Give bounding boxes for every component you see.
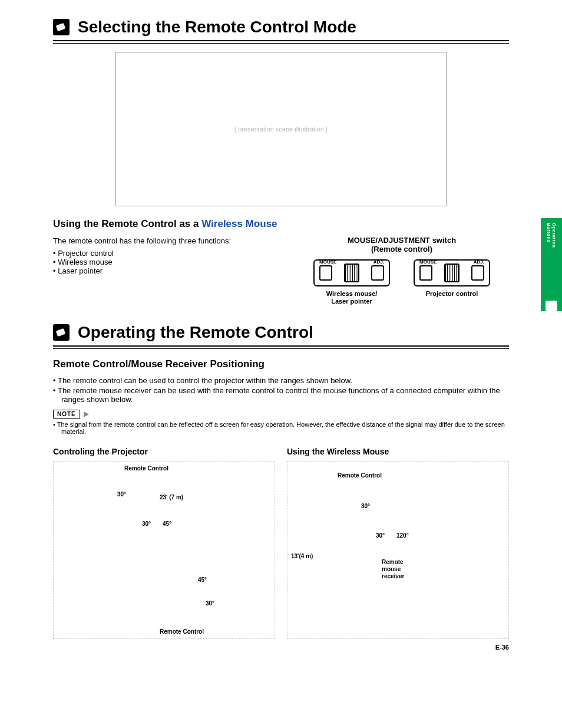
mouse-icon — [319, 265, 332, 281]
label-receiver-3: receiver — [382, 573, 404, 579]
switch-label-adj: ADJ. — [373, 259, 384, 265]
switch-label-mouse: MOUSE — [419, 259, 437, 265]
section1-subheading: Using the Remote Control as a Wireless M… — [53, 218, 509, 230]
switch-diagrams: MOUSE ← ADJ. Wireless mouse/ Laser point… — [295, 259, 509, 305]
label-remote: Remote Control — [338, 472, 382, 479]
caption-line1: Wireless mouse/ — [326, 290, 378, 297]
note-header: NOTE — [53, 410, 509, 419]
section2-heading-row: Operating the Remote Control — [53, 323, 509, 342]
note-text: The signal from the remote control can b… — [53, 421, 509, 435]
label-angle-45b: 45° — [198, 577, 207, 583]
switch-mouse-mode: MOUSE ← ADJ. Wireless mouse/ Laser point… — [313, 259, 390, 305]
label-angle-30b: 30° — [376, 532, 385, 539]
lock-icon — [371, 265, 384, 281]
positioning-bullets: The remote control can be used to contro… — [53, 376, 509, 404]
arrow-right-icon — [84, 411, 89, 417]
label-receiver-2: mouse — [382, 566, 401, 572]
switch-projector-mode: MOUSE → ADJ. Projector control — [414, 259, 490, 305]
lock-icon — [471, 265, 484, 281]
label-remote-bottom: Remote Control — [160, 628, 204, 635]
note-label: NOTE — [53, 410, 80, 419]
switch-heading: MOUSE/ADJUSTMENT switch (Remote control) — [295, 236, 509, 253]
switch-heading-line1: MOUSE/ADJUSTMENT switch — [348, 236, 456, 245]
switch-label-mouse: MOUSE — [319, 259, 336, 265]
label-receiver-1: Remote — [382, 559, 404, 565]
caption-line2: Laser pointer — [331, 298, 372, 305]
functions-intro: The remote control has the following thr… — [53, 236, 277, 246]
arrow-left-icon: ← — [343, 262, 350, 270]
section1-heading-row: Selecting the Remote Control Mode — [53, 18, 509, 37]
remote-icon — [53, 19, 70, 35]
switch-caption-right: Projector control — [414, 290, 490, 298]
switch-caption-left: Wireless mouse/ Laser pointer — [313, 290, 390, 305]
section2-title: Operating the Remote Control — [78, 323, 509, 342]
label-angle-30: 30° — [361, 503, 370, 509]
switch-heading-line2: (Remote control) — [371, 245, 432, 253]
illustration-placeholder: [ presentation scene illustration ] — [116, 52, 446, 206]
switch-box-left: MOUSE ← ADJ. — [313, 259, 390, 286]
label-remote-top: Remote Control — [124, 465, 168, 472]
label-angle-120: 120° — [396, 532, 409, 539]
label-distance: 23' (7 m) — [160, 494, 183, 500]
page-number: E-36 — [495, 644, 509, 651]
functions-list: Projector control Wireless mouse Laser p… — [53, 249, 277, 275]
switch-column: MOUSE/ADJUSTMENT switch (Remote control)… — [295, 236, 509, 305]
function-item: Wireless mouse — [53, 258, 277, 266]
remote-icon — [53, 324, 70, 341]
function-item: Projector control — [53, 249, 277, 258]
section1-title: Selecting the Remote Control Mode — [78, 18, 509, 37]
label-angle-30: 30° — [117, 491, 126, 498]
function-item: Laser pointer — [53, 266, 277, 275]
subheading-prefix: Using the Remote Control as a — [53, 218, 201, 229]
arrow-right-icon: → — [454, 262, 461, 270]
diagrams: Controling the Projector Remote Control … — [53, 447, 509, 639]
bullet-item: The remote mouse receiver can be used wi… — [53, 386, 509, 404]
diagram-mouse: Using the Wireless Mouse Remote Control … — [287, 447, 509, 639]
diagram-projector: Controling the Projector Remote Control … — [53, 447, 275, 639]
switch-box-right: MOUSE → ADJ. — [414, 259, 490, 286]
subheading-link: Wireless Mouse — [201, 218, 277, 229]
label-angle-30c: 30° — [206, 600, 214, 607]
diagram-title-left: Controling the Projector — [53, 447, 275, 456]
presentation-illustration: [ presentation scene illustration ] — [115, 52, 447, 206]
mouse-icon — [419, 265, 432, 281]
functions-switch-row: The remote control has the following thr… — [53, 236, 509, 305]
bullet-item: The remote control can be used to contro… — [53, 376, 509, 385]
label-angle-45: 45° — [163, 521, 171, 527]
label-angle-30b: 30° — [142, 521, 151, 527]
diagram-box-right: Remote Control 30° 30° 120° 13'(4 m) Rem… — [287, 461, 509, 639]
page-content: Selecting the Remote Control Mode [ pres… — [0, 0, 562, 663]
functions-column: The remote control has the following thr… — [53, 236, 277, 305]
diagram-box-left: Remote Control 30° 23' (7 m) 30° 45° 45°… — [53, 461, 275, 639]
divider — [53, 40, 509, 44]
section2-subheading: Remote Control/Mouse Receiver Positionin… — [53, 358, 509, 370]
label-distance: 13'(4 m) — [291, 553, 313, 559]
diagram-title-right: Using the Wireless Mouse — [287, 447, 509, 456]
switch-label-adj: ADJ. — [474, 259, 484, 265]
divider — [53, 345, 509, 349]
